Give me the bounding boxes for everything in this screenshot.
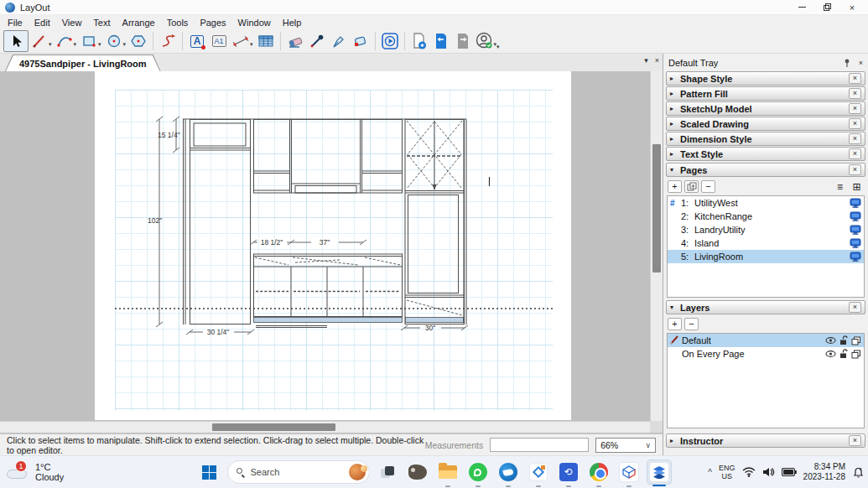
document-tab[interactable]: 4975Sandpiper - LivingRoom: [6, 55, 160, 71]
layer-share-pages-icon[interactable]: [851, 336, 861, 345]
menu-item[interactable]: Edit: [29, 17, 56, 29]
tab-close-button[interactable]: ×: [655, 56, 659, 65]
section-close-button[interactable]: ×: [849, 435, 861, 446]
layer-row[interactable]: Default: [668, 334, 864, 347]
search-highlight-icon[interactable]: [349, 464, 366, 480]
weather-widget[interactable]: 1 1°C Cloudy: [5, 462, 64, 482]
freehand-tool[interactable]: [157, 30, 179, 52]
menu-item[interactable]: Tools: [161, 17, 195, 29]
taskbar-app-gimp[interactable]: [405, 459, 430, 485]
account-button[interactable]: [474, 30, 496, 52]
rectangle-tool[interactable]: [78, 30, 100, 52]
tray-section-header[interactable]: ▸ Pattern Fill ×: [666, 86, 865, 101]
tray-section-header[interactable]: ▸ Dimension Style ×: [666, 132, 865, 146]
select-tool[interactable]: [3, 30, 29, 52]
circle-tool[interactable]: [103, 30, 125, 52]
tray-section-instructor[interactable]: ▸ Instructor ×: [666, 433, 865, 448]
add-page-button[interactable]: [408, 30, 430, 52]
battery-icon[interactable]: [782, 468, 797, 476]
menu-item[interactable]: Window: [232, 17, 277, 29]
page-visible-monitor-icon[interactable]: [850, 211, 861, 221]
vertical-scrollbar[interactable]: [650, 71, 663, 421]
page-visible-monitor-icon[interactable]: [850, 238, 861, 248]
page-row[interactable]: # 4: Island: [668, 236, 864, 250]
video-tutorials-button[interactable]: [379, 30, 401, 52]
delete-layer-button[interactable]: −: [684, 318, 699, 330]
menu-item[interactable]: Arrange: [117, 17, 161, 29]
page-visible-monitor-icon[interactable]: [850, 198, 861, 208]
language-indicator[interactable]: ENG US: [719, 464, 735, 480]
tray-chevron-icon[interactable]: ^: [708, 468, 712, 477]
page-row[interactable]: # 5: LivingRoom: [668, 250, 864, 263]
section-close-button[interactable]: ×: [849, 302, 861, 313]
menu-item[interactable]: Text: [87, 17, 116, 29]
menu-item[interactable]: View: [56, 17, 88, 29]
pages-list-view-button[interactable]: ≡: [833, 180, 847, 193]
line-tool[interactable]: [29, 30, 50, 52]
export-button[interactable]: [452, 30, 474, 52]
minimize-button[interactable]: [789, 1, 814, 14]
section-close-button[interactable]: ×: [849, 164, 861, 175]
start-button[interactable]: [197, 459, 222, 485]
measurements-input[interactable]: [490, 438, 589, 452]
section-close-button[interactable]: ×: [849, 118, 861, 129]
close-button[interactable]: ×: [839, 1, 865, 14]
toolbar-overflow[interactable]: ▾: [496, 44, 500, 50]
section-close-button[interactable]: ×: [849, 103, 861, 114]
eraser-tool[interactable]: [284, 30, 306, 52]
taskbar-app-chrome[interactable]: [586, 459, 611, 485]
layer-visible-eye-icon[interactable]: [825, 350, 836, 358]
horizontal-scrollbar[interactable]: [0, 421, 650, 433]
taskbar-app-sync[interactable]: ⟲: [556, 459, 581, 485]
layer-unlocked-icon[interactable]: [839, 335, 848, 345]
wifi-icon[interactable]: [742, 467, 756, 477]
tab-list-dropdown[interactable]: ▾: [644, 56, 648, 65]
layer-visible-eye-icon[interactable]: [825, 336, 836, 345]
taskbar-app-sketchup[interactable]: [616, 459, 642, 485]
duplicate-page-button[interactable]: [684, 180, 699, 193]
section-close-button[interactable]: ×: [849, 133, 861, 144]
taskbar-app-whatsapp[interactable]: [465, 459, 491, 485]
section-close-button[interactable]: ×: [849, 73, 861, 84]
tray-section-header[interactable]: ▸ Text Style ×: [666, 147, 865, 161]
page-visible-monitor-icon[interactable]: [850, 225, 861, 235]
pages-grid-view-button[interactable]: ⊞: [850, 180, 864, 193]
section-close-button[interactable]: ×: [849, 88, 861, 99]
layer-share-pages-icon[interactable]: [851, 350, 861, 359]
notification-bell-icon[interactable]: z: [852, 466, 865, 478]
label-tool[interactable]: A1: [208, 30, 230, 52]
delete-page-button[interactable]: −: [701, 180, 715, 193]
taskbar-app-diamond[interactable]: [526, 459, 551, 485]
style-tool[interactable]: [328, 30, 350, 52]
restore-button[interactable]: [814, 1, 839, 14]
zoom-select[interactable]: 66% ∨: [595, 438, 656, 453]
tray-section-header[interactable]: ▸ SketchUp Model ×: [666, 101, 865, 116]
tray-section-pages[interactable]: ▾ Pages ×: [666, 163, 865, 177]
menu-item[interactable]: Help: [277, 17, 308, 29]
section-close-button[interactable]: ×: [849, 148, 861, 159]
pattern-tool[interactable]: [350, 30, 372, 52]
taskbar-app-thunderbird[interactable]: [496, 459, 521, 485]
clock[interactable]: 8:34 PM 2023-11-28: [803, 462, 845, 482]
polygon-tool[interactable]: [127, 30, 149, 52]
dimension-tool[interactable]: [230, 30, 252, 52]
page-row[interactable]: # 2: KitchenRange: [668, 210, 864, 223]
add-page-button[interactable]: +: [668, 180, 682, 193]
horizontal-scrollbar-thumb[interactable]: [212, 423, 335, 431]
layer-row[interactable]: On Every Page: [668, 347, 864, 361]
pin-icon[interactable]: [844, 59, 850, 67]
taskbar-app-file-explorer[interactable]: [435, 459, 460, 485]
menu-item[interactable]: File: [2, 17, 29, 29]
taskbar-search[interactable]: Search: [227, 460, 370, 484]
task-view-button[interactable]: [375, 459, 400, 485]
tray-section-header[interactable]: ▸ Scaled Drawing ×: [666, 117, 865, 131]
layer-unlocked-icon[interactable]: [839, 349, 848, 359]
vertical-scrollbar-thumb[interactable]: [652, 144, 661, 273]
table-tool[interactable]: [255, 30, 277, 52]
tray-section-header[interactable]: ▸ Shape Style ×: [666, 71, 865, 86]
tray-close-button[interactable]: ×: [859, 59, 863, 67]
volume-icon[interactable]: [762, 467, 775, 477]
arc-tool[interactable]: [54, 30, 75, 52]
menu-item[interactable]: Pages: [194, 17, 231, 29]
add-layer-button[interactable]: +: [668, 318, 682, 330]
